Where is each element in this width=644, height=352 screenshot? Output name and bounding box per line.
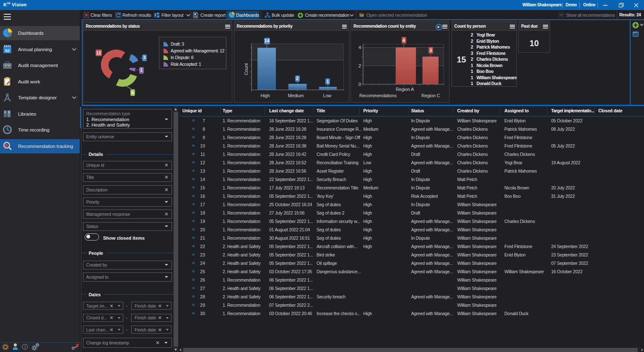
- svg-text:52: 52: [5, 48, 10, 52]
- svg-text:A: A: [195, 13, 196, 16]
